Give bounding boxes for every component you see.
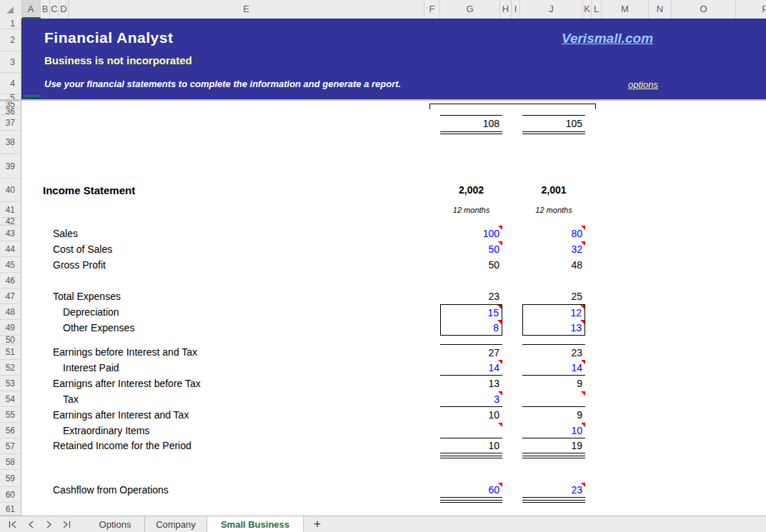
clipped-box-outline [429,104,596,109]
row-label-53[interactable]: Earnigns after Interest before Tax [53,376,201,391]
value-cell-55-2001[interactable]: 9 [522,407,585,423]
row-label-57[interactable]: Retained Income for the Period [53,438,192,453]
year-header-2001[interactable]: 2,001 [522,179,585,202]
row-header-42[interactable]: 42 [0,218,21,226]
value-cell-48-2002[interactable]: 15 [440,304,502,320]
row-header-35[interactable]: 35 [0,101,21,108]
row-header-38[interactable]: 38 [0,131,21,154]
brand-link[interactable]: Verismall.com [529,31,686,46]
value-cell-49-2002[interactable]: 8 [440,320,502,336]
column-header-C[interactable]: C [50,0,59,19]
app-title: Financial Analyst [44,29,173,46]
double-underline [522,456,585,458]
comment-indicator [498,360,502,364]
column-header-L[interactable]: L [592,0,602,19]
row-header-39[interactable]: 39 [0,154,21,179]
select-all-corner[interactable] [0,0,22,19]
value-cell-54-2002[interactable]: 3 [440,391,502,407]
tab-prev-button[interactable] [24,518,37,531]
row-header-40[interactable]: 40 [0,179,21,202]
column-header-F[interactable]: F [424,0,440,19]
double-underline [440,456,502,458]
row-header-2[interactable]: 2 [0,29,21,51]
row-label-43[interactable]: Sales [53,226,78,241]
column-header-M[interactable]: M [602,0,649,19]
row-header-37[interactable]: 37 [0,115,21,131]
cell-total-2002[interactable]: 108 [440,115,502,131]
value-cell-55-2002[interactable]: 10 [440,407,502,423]
value-cell-47-2002[interactable]: 23 [440,288,502,304]
value-cell-56-2001[interactable]: 10 [522,423,585,438]
column-header-E[interactable]: E [69,0,424,19]
column-header-A[interactable]: A [21,0,41,19]
year-header-2002[interactable]: 2,002 [440,179,502,202]
row-label-60[interactable]: Cashflow from Operations [53,483,169,498]
value-cell-43-2001[interactable]: 80 [522,226,585,241]
value-cell-60-2002[interactable]: 60 [440,483,502,498]
statement-row-54: Tax3 [0,391,766,407]
row-label-47[interactable]: Total Expenses [53,288,121,304]
value-cell-60-2001[interactable]: 23 [522,483,585,498]
cell-total-2001[interactable]: 105 [522,115,585,131]
column-header-H[interactable]: H [500,0,512,19]
row-header-4[interactable]: 4 [0,73,21,94]
row-header-41[interactable]: 41 [0,202,21,218]
statement-title[interactable]: Income Statement [43,179,135,202]
value-cell-57-2002[interactable]: 10 [440,438,502,453]
row-header-3[interactable]: 3 [0,51,21,73]
row-header-50[interactable]: 50 [0,336,21,344]
value-cell-54-2001[interactable] [522,391,585,407]
row-label-55[interactable]: Earnings after Interest and Tax [53,407,189,423]
value-cell-44-2002[interactable]: 50 [440,241,502,257]
column-header-K[interactable]: K [583,0,592,19]
value-cell-47-2001[interactable]: 25 [522,288,585,304]
column-header-G[interactable]: G [440,0,500,19]
row-header-46[interactable]: 46 [0,273,21,288]
row-header-58[interactable]: 58 [0,454,21,470]
tab-last-button[interactable] [60,518,73,531]
column-header-N[interactable]: N [649,0,672,19]
value-cell-52-2001[interactable]: 14 [522,360,585,376]
value-cell-52-2002[interactable]: 14 [440,360,502,376]
row-label-51[interactable]: Earnings before Interest and Tax [53,344,197,360]
column-header-O[interactable]: O [672,0,736,19]
value-cell-45-2002[interactable]: 50 [440,257,502,273]
row-label-49[interactable]: Other Expenses [63,320,134,336]
value-cell-43-2002[interactable]: 100 [440,226,502,241]
row-label-48[interactable]: Depreciation [63,304,119,320]
column-header-I[interactable]: I [512,0,520,19]
sheet-tab-company[interactable]: Company [145,516,207,532]
column-header-B[interactable]: B [41,0,50,19]
row-label-56[interactable]: Extraordinary Items [63,423,149,438]
value-cell-57-2001[interactable]: 19 [522,438,585,453]
value-cell-49-2001[interactable]: 13 [522,320,585,336]
value-cell-44-2001[interactable]: 32 [522,241,585,257]
period-header-2001[interactable]: 12 months [522,202,585,218]
comment-indicator [497,320,502,324]
add-sheet-button[interactable]: + [307,516,327,532]
row-label-52[interactable]: Interest Paid [63,360,119,376]
value-cell-53-2001[interactable]: 9 [522,376,585,391]
column-header-J[interactable]: J [520,0,583,19]
row-header-36[interactable]: 36 [0,108,21,115]
sheet-tab-options[interactable]: Options [86,516,145,532]
period-header-2002[interactable]: 12 months [440,202,502,218]
value-cell-53-2002[interactable]: 13 [440,376,502,391]
options-link[interactable]: options [615,79,672,90]
row-header-61[interactable]: 61 [0,503,21,516]
column-header-D[interactable]: D [59,0,69,19]
row-label-45[interactable]: Gross Profit [53,257,106,273]
row-label-44[interactable]: Cost of Sales [53,241,112,257]
tab-first-button[interactable] [6,518,19,531]
tab-next-button[interactable] [42,518,55,531]
value-cell-45-2001[interactable]: 48 [522,257,585,273]
row-label-54[interactable]: Tax [63,391,79,407]
value-cell-51-2002[interactable]: 27 [440,344,502,360]
row-header-1[interactable]: 1 [0,19,21,29]
statement-row-60: Cashflow from Operations6023 [0,483,766,498]
value-cell-56-2002[interactable] [440,423,502,438]
column-header-P[interactable]: P [736,0,766,19]
sheet-tab-small-business[interactable]: Small Business [207,516,304,532]
value-cell-51-2001[interactable]: 23 [522,344,585,360]
value-cell-48-2001[interactable]: 12 [522,304,585,320]
